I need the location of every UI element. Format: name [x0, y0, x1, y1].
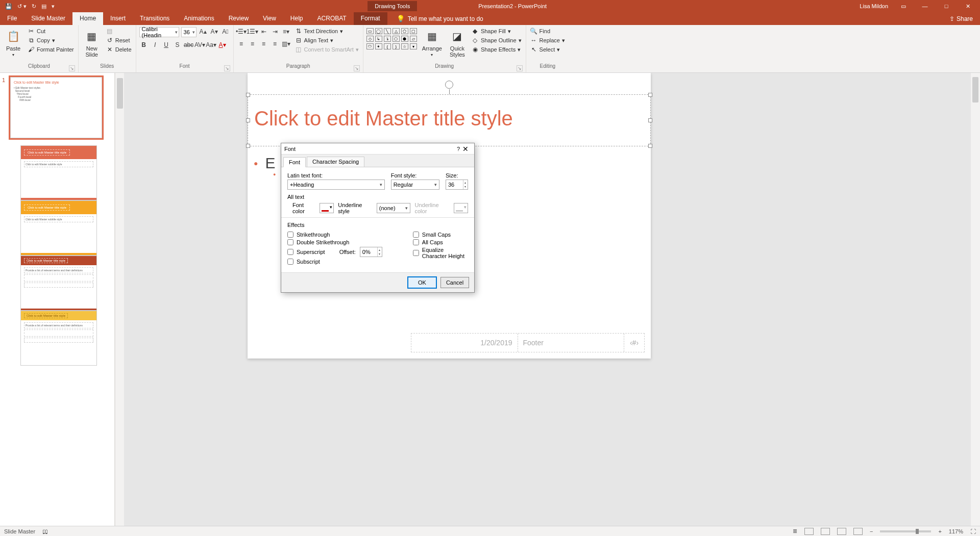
find-button[interactable]: 🔍Find — [529, 27, 566, 35]
resize-handle[interactable] — [246, 118, 250, 122]
shape-fill-button[interactable]: ◆Shape Fill ▾ — [471, 27, 523, 35]
new-slide-button[interactable]: ▦ New Slide — [82, 27, 102, 59]
clear-formatting-icon[interactable]: A⃫ — [221, 27, 230, 36]
strikethrough-icon[interactable]: abc — [184, 40, 193, 49]
all-caps-checkbox[interactable]: All Caps — [413, 239, 468, 245]
dialog-tab-spacing[interactable]: Character Spacing — [307, 157, 364, 167]
shadow-icon[interactable]: S — [173, 40, 182, 49]
title-text[interactable]: Click to edit Master title style — [248, 95, 650, 130]
shape-effects-button[interactable]: ◉Shape Effects ▾ — [471, 45, 523, 54]
bullets-icon[interactable]: •☰▾ — [237, 27, 246, 36]
decrease-font-icon[interactable]: A▾ — [210, 27, 219, 36]
decrease-indent-icon[interactable]: ⇤ — [259, 27, 268, 36]
tab-insert[interactable]: Insert — [103, 12, 133, 25]
dialog-tab-font[interactable]: Font — [283, 157, 306, 167]
zoom-in-icon[interactable]: + — [938, 528, 941, 534]
resize-handle[interactable] — [648, 93, 652, 97]
normal-view-icon[interactable] — [804, 528, 814, 535]
tab-review[interactable]: Review — [222, 12, 256, 25]
offset-spinner[interactable]: 0% — [360, 247, 382, 257]
double-strikethrough-checkbox[interactable]: Double Strikethrough — [287, 239, 382, 245]
align-center-icon[interactable]: ≡ — [248, 39, 257, 48]
tab-home[interactable]: Home — [72, 12, 103, 25]
change-case-icon[interactable]: Aa▾ — [207, 40, 216, 49]
close-icon[interactable]: ✕ — [962, 3, 974, 10]
subscript-checkbox[interactable]: Subscript — [287, 259, 382, 265]
accessibility-icon[interactable]: 🕮 — [42, 528, 48, 534]
latin-font-combo[interactable]: +Heading — [287, 180, 385, 190]
text-direction-button[interactable]: ⇅Text Direction ▾ — [294, 27, 360, 35]
font-color-icon[interactable]: A▾ — [218, 40, 227, 49]
cut-button[interactable]: ✂Cut — [27, 27, 75, 35]
align-right-icon[interactable]: ≡ — [259, 39, 268, 48]
tab-animations[interactable]: Animations — [177, 12, 221, 25]
reset-button[interactable]: ↺Reset — [105, 36, 133, 44]
tab-help[interactable]: Help — [283, 12, 310, 25]
tab-format[interactable]: Format — [354, 12, 387, 25]
ok-button[interactable]: OK — [408, 277, 436, 288]
thumbnail-layout[interactable]: Click to edit Master title style Provide… — [20, 256, 97, 311]
footer-placeholder[interactable]: Footer — [518, 334, 624, 352]
save-icon[interactable]: 💾 — [5, 3, 12, 10]
reading-view-icon[interactable] — [837, 528, 846, 535]
resize-handle[interactable] — [648, 118, 652, 122]
columns-icon[interactable]: ▥▾ — [282, 39, 291, 48]
fit-to-window-icon[interactable]: ⛶ — [970, 528, 976, 534]
small-caps-checkbox[interactable]: Small Caps — [413, 232, 468, 238]
resize-handle[interactable] — [648, 144, 652, 148]
tab-transitions[interactable]: Transitions — [133, 12, 177, 25]
arrange-button[interactable]: ▦Arrange▾ — [420, 27, 444, 58]
sorter-view-icon[interactable] — [821, 528, 830, 535]
dialog-launcher-icon[interactable]: ↘ — [69, 65, 75, 71]
undo-icon[interactable]: ↺ ▾ — [17, 3, 27, 10]
thumbnail-layout[interactable]: Click to edit Master title style Click t… — [20, 145, 97, 200]
shape-outline-button[interactable]: ◇Shape Outline ▾ — [471, 36, 523, 44]
dialog-launcher-icon[interactable]: ↘ — [224, 65, 230, 71]
qat-more-icon[interactable]: ▾ — [52, 3, 55, 10]
slide-number-placeholder[interactable]: ‹#› — [624, 334, 644, 352]
line-spacing-icon[interactable]: ≡▾ — [282, 27, 291, 36]
tab-slide-master[interactable]: Slide Master — [24, 12, 72, 25]
font-name-combo[interactable]: Calibri (Headin — [139, 27, 179, 37]
font-style-combo[interactable]: Regular — [391, 180, 439, 190]
start-from-beginning-icon[interactable]: ▤ — [41, 3, 46, 10]
notes-button[interactable]: ≣ — [793, 528, 797, 534]
increase-indent-icon[interactable]: ⇥ — [271, 27, 280, 36]
slideshow-view-icon[interactable] — [853, 528, 863, 535]
rotation-handle-icon[interactable] — [445, 81, 453, 89]
font-color-picker[interactable] — [320, 203, 334, 213]
tab-file[interactable]: File — [0, 12, 24, 25]
numbering-icon[interactable]: 1☰▾ — [248, 27, 257, 36]
bold-icon[interactable]: B — [139, 40, 149, 49]
font-size-combo[interactable]: 36 — [181, 27, 197, 37]
dialog-launcher-icon[interactable]: ↘ — [354, 65, 360, 71]
tell-me-search[interactable]: 💡 Tell me what you want to do — [387, 12, 483, 25]
zoom-slider[interactable] — [880, 530, 931, 532]
underline-icon[interactable]: U — [162, 40, 171, 49]
ribbon-options-icon[interactable]: ▭ — [897, 3, 910, 10]
cancel-button[interactable]: Cancel — [440, 277, 469, 288]
justify-icon[interactable]: ≡ — [271, 39, 280, 48]
shapes-gallery[interactable]: ▭◯╲△⬠▢ ◇↳↴⬡⬢▱ ⬭✦{}☆▾ — [366, 27, 417, 49]
strikethrough-checkbox[interactable]: Strikethrough — [287, 232, 382, 238]
format-painter-button[interactable]: 🖌Format Painter — [27, 45, 75, 54]
size-spinner[interactable]: 36 — [446, 180, 468, 190]
zoom-out-icon[interactable]: − — [870, 528, 873, 534]
editor-scrollbar[interactable] — [971, 73, 980, 526]
italic-icon[interactable]: I — [151, 40, 160, 49]
dialog-launcher-icon[interactable]: ↘ — [517, 65, 523, 71]
quick-styles-button[interactable]: ◪Quick Styles — [447, 27, 468, 59]
paste-button[interactable]: 📋 Paste ▾ — [3, 27, 23, 58]
date-placeholder[interactable]: 1/20/2019 — [411, 334, 518, 352]
tab-view[interactable]: View — [256, 12, 283, 25]
thumbnail-layout[interactable]: Click to edit Master title style Click t… — [20, 200, 97, 256]
increase-font-icon[interactable]: A▴ — [199, 27, 208, 36]
maximize-icon[interactable]: □ — [940, 3, 952, 9]
replace-button[interactable]: ↔Replace ▾ — [529, 36, 566, 44]
align-left-icon[interactable]: ≡ — [237, 39, 246, 48]
minimize-icon[interactable]: — — [919, 3, 931, 9]
tab-acrobat[interactable]: ACROBAT — [310, 12, 354, 25]
zoom-level[interactable]: 117% — [949, 528, 963, 534]
resize-handle[interactable] — [246, 93, 250, 97]
superscript-checkbox[interactable]: Superscript — [287, 249, 325, 255]
